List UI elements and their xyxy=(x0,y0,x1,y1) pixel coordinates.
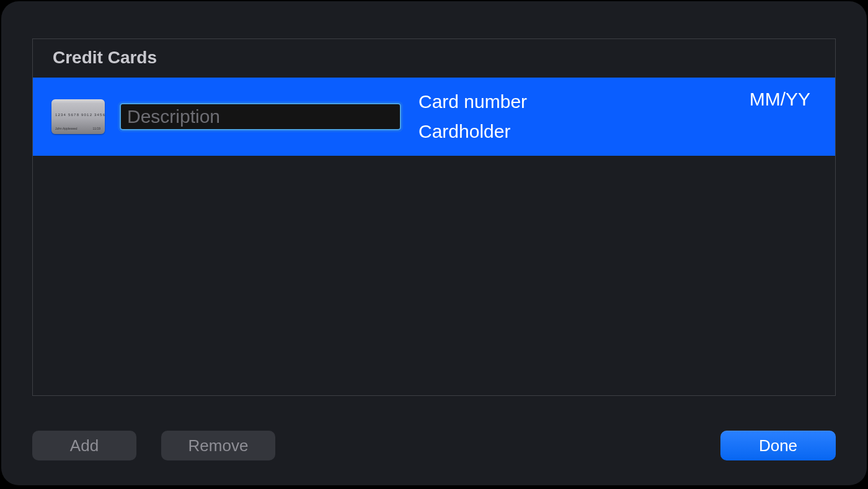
card-icon-exp: 11/19 xyxy=(92,127,100,130)
remove-button[interactable]: Remove xyxy=(161,431,275,460)
description-input[interactable] xyxy=(120,103,401,130)
credit-card-icon: 1234 5678 9012 3456 John Appleseed 11/19 xyxy=(51,99,105,134)
add-button[interactable]: Add xyxy=(32,431,136,460)
panel-title: Credit Cards xyxy=(53,48,815,68)
description-field-wrap xyxy=(120,103,401,130)
card-number-label[interactable]: Card number xyxy=(418,91,735,112)
credit-card-row[interactable]: 1234 5678 9012 3456 John Appleseed 11/19… xyxy=(33,78,835,156)
panel-header: Credit Cards xyxy=(33,39,835,78)
card-details-column: Card number Cardholder xyxy=(416,91,735,142)
dialog-footer: Add Remove Done xyxy=(32,396,836,460)
done-button[interactable]: Done xyxy=(720,431,836,460)
credit-cards-panel: Credit Cards 1234 5678 9012 3456 John Ap… xyxy=(32,38,836,396)
expiry-label[interactable]: MM/YY xyxy=(750,89,817,110)
cardholder-label[interactable]: Cardholder xyxy=(418,121,735,142)
card-icon-number: 1234 5678 9012 3456 xyxy=(55,113,105,117)
panel-empty-area xyxy=(33,156,835,395)
card-icon-name: John Appleseed xyxy=(55,127,78,130)
credit-cards-window: Credit Cards 1234 5678 9012 3456 John Ap… xyxy=(1,1,867,485)
